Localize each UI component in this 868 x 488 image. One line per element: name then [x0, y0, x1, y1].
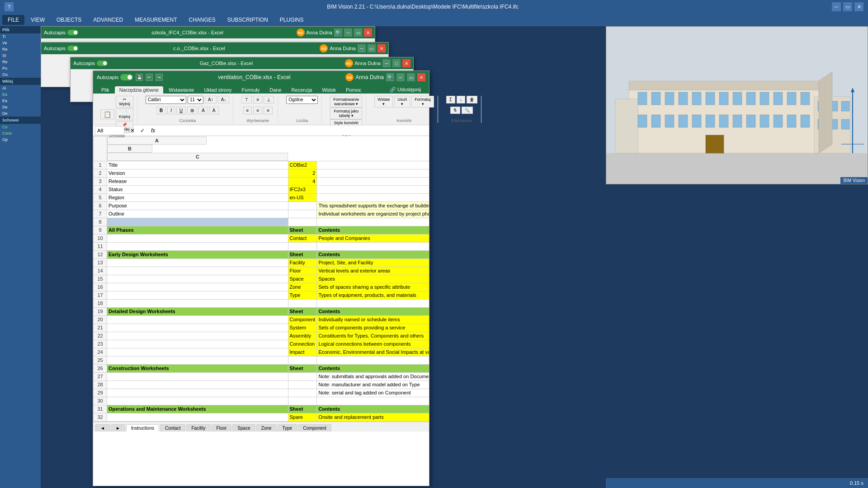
tab-narzedzia[interactable]: Narzędzia główne: [115, 86, 163, 94]
cell-a[interactable]: [107, 372, 288, 380]
panel-item-13[interactable]: Co: [0, 124, 41, 130]
cell-c[interactable]: [317, 299, 429, 307]
cell-c[interactable]: Contents: [317, 364, 429, 372]
cell-b[interactable]: System: [288, 324, 317, 332]
tab-pomoc[interactable]: Pomoc: [341, 86, 366, 94]
panel-item-12[interactable]: De: [0, 110, 41, 117]
autosave-toggle-3[interactable]: [97, 61, 108, 66]
cell-b[interactable]: [288, 210, 317, 218]
help-btn[interactable]: ?: [5, 2, 14, 11]
close-btn-1[interactable]: ✕: [364, 28, 372, 37]
copy-btn[interactable]: 📄 Kopiuj: [116, 108, 133, 120]
col-header-c[interactable]: C: [107, 153, 288, 161]
cell-c[interactable]: [317, 185, 429, 193]
cell-c[interactable]: [317, 193, 429, 202]
close-main-btn[interactable]: ✕: [417, 73, 425, 81]
cell-b[interactable]: Assembly: [288, 332, 317, 340]
minimize-btn-3[interactable]: ─: [382, 59, 391, 67]
spreadsheet-container[interactable]: A B C 1TitleCOBie22Version23Release44Sta…: [93, 136, 429, 422]
panel-item-4[interactable]: St: [0, 52, 41, 59]
cell-b[interactable]: Sheet: [288, 226, 317, 234]
bold-btn[interactable]: B: [156, 107, 166, 114]
cell-a[interactable]: Status: [107, 185, 288, 193]
restore-btn-2[interactable]: ▭: [368, 44, 376, 52]
border-btn[interactable]: ⊞: [187, 107, 197, 114]
align-top-btn[interactable]: ⊤: [241, 96, 252, 103]
cell-a[interactable]: [107, 356, 288, 364]
cell-a[interactable]: [107, 283, 288, 291]
cell-a[interactable]: [107, 332, 288, 340]
cell-a[interactable]: Construction Worksheets: [107, 364, 288, 372]
cell-b[interactable]: Floor: [288, 267, 317, 275]
panel-item-9[interactable]: Ea: [0, 91, 41, 98]
align-middle-btn[interactable]: ≡: [253, 96, 262, 103]
panel-item-10[interactable]: Ea: [0, 98, 41, 104]
cell-c[interactable]: Contents: [317, 250, 429, 258]
cell-a[interactable]: Title: [107, 161, 288, 169]
cell-a[interactable]: [107, 413, 288, 421]
autosave-toggle-2[interactable]: [67, 46, 78, 51]
menu-changes[interactable]: CHANGES: [184, 15, 221, 25]
undo-icon[interactable]: ↩: [146, 74, 153, 81]
font-size-select[interactable]: 11: [188, 96, 203, 104]
cell-c[interactable]: Types of equipment, products, and materi…: [317, 291, 429, 299]
cell-a[interactable]: [107, 218, 288, 226]
cell-c[interactable]: [317, 218, 429, 226]
sum-btn[interactable]: Σ: [446, 96, 455, 103]
cell-a[interactable]: [107, 340, 288, 348]
format-table-btn[interactable]: Formatuj jako tabelę ▾: [330, 108, 362, 119]
cell-c[interactable]: Contents: [317, 405, 429, 413]
cell-b[interactable]: [288, 356, 317, 364]
minimize-btn-2[interactable]: ─: [358, 44, 366, 52]
panel-item-2[interactable]: Ve: [0, 40, 41, 46]
cell-a[interactable]: Operations and Maintenance Worksheets: [107, 405, 288, 413]
panel-item-8[interactable]: Al: [0, 85, 41, 91]
menu-view[interactable]: VIEW: [25, 15, 50, 25]
cell-a[interactable]: [107, 348, 288, 356]
sheet-tab-zone[interactable]: Zone: [256, 424, 277, 432]
panel-item-5[interactable]: Re: [0, 59, 41, 65]
cell-c[interactable]: Contents: [317, 226, 429, 234]
paste-btn[interactable]: 📋: [100, 109, 114, 119]
restore-main-btn[interactable]: ▭: [407, 73, 415, 81]
cell-c[interactable]: [317, 397, 429, 405]
cell-c[interactable]: Note: serial and tag added on Component: [317, 389, 429, 397]
cell-b[interactable]: [288, 397, 317, 405]
cell-c[interactable]: [317, 242, 429, 250]
cell-a[interactable]: Early Design Worksheets: [107, 250, 288, 258]
cut-btn[interactable]: ✂ Wytnij: [116, 96, 133, 108]
cell-a[interactable]: Version: [107, 169, 288, 177]
search-btn-1[interactable]: 🔍: [334, 28, 342, 37]
cell-b[interactable]: [288, 242, 317, 250]
cell-a[interactable]: Detailed Design Worksheets: [107, 307, 288, 315]
menu-file[interactable]: FILE: [2, 15, 24, 25]
cell-c[interactable]: [317, 177, 429, 185]
close-app-btn[interactable]: ✕: [854, 2, 863, 11]
find-btn[interactable]: 🔍: [462, 107, 473, 114]
cell-a[interactable]: [107, 258, 288, 267]
conditional-format-btn[interactable]: Formatowanie warunkowe ▾: [330, 96, 362, 108]
fill-btn[interactable]: ↓: [457, 96, 465, 103]
cell-b[interactable]: Space: [288, 275, 317, 283]
sheet-tab-floor[interactable]: Floor: [212, 424, 232, 432]
cell-c[interactable]: Constituents for Types, Components and o…: [317, 332, 429, 340]
sheet-tab-space[interactable]: Space: [232, 424, 255, 432]
font-family-select[interactable]: Calibri: [146, 96, 186, 104]
cell-c[interactable]: Economic, Environmental and Social Impac…: [317, 348, 429, 356]
cell-c[interactable]: Spaces: [317, 275, 429, 283]
align-right-btn[interactable]: ≡: [264, 107, 273, 114]
close-btn-2[interactable]: ✕: [377, 44, 386, 52]
restore-app-btn[interactable]: ▭: [843, 2, 852, 11]
panel-item-3[interactable]: Re: [0, 46, 41, 52]
cell-c[interactable]: [317, 169, 429, 177]
cell-c[interactable]: Individual worksheets are organized by p…: [317, 210, 429, 218]
cell-c[interactable]: Sets of components providing a service: [317, 324, 429, 332]
sheet-tab-contact[interactable]: Contact: [160, 424, 185, 432]
cell-b[interactable]: Contact: [288, 234, 317, 242]
cell-b[interactable]: Type: [288, 291, 317, 299]
cell-c[interactable]: Vertical levels and exterior areas: [317, 267, 429, 275]
autosave-main-toggle[interactable]: [120, 74, 133, 80]
col-header-b[interactable]: B: [107, 145, 152, 153]
cell-a[interactable]: [107, 291, 288, 299]
clear-btn[interactable]: 🗑: [467, 96, 477, 103]
